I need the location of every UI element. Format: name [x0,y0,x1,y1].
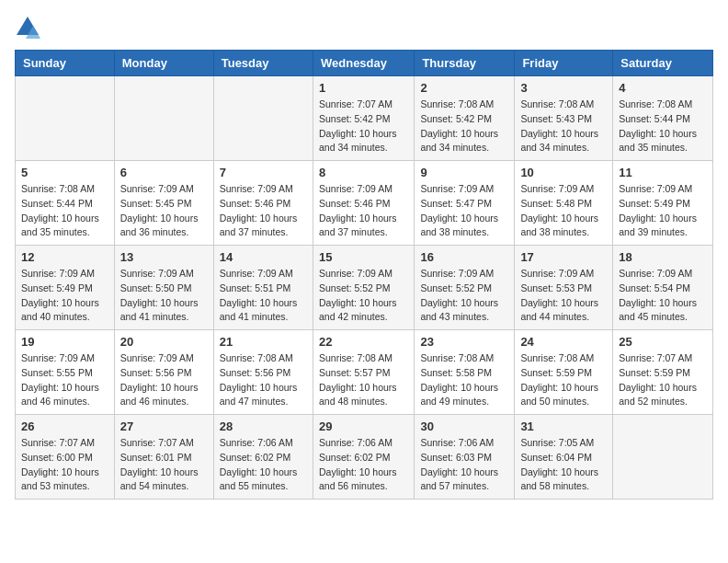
calendar-cell [213,76,313,161]
day-number: 20 [120,335,208,349]
day-info: Sunrise: 7:09 AMSunset: 5:48 PMDaylight:… [520,182,607,240]
calendar-cell: 25Sunrise: 7:07 AMSunset: 5:59 PMDayligh… [613,330,713,415]
day-info: Sunrise: 7:09 AMSunset: 5:54 PMDaylight:… [619,267,707,325]
day-info: Sunrise: 7:07 AMSunset: 6:00 PMDaylight:… [21,436,108,494]
day-number: 14 [220,250,307,264]
day-number: 24 [520,335,607,349]
calendar-cell: 27Sunrise: 7:07 AMSunset: 6:01 PMDayligh… [114,415,213,500]
calendar-cell: 16Sunrise: 7:09 AMSunset: 5:52 PMDayligh… [415,246,515,330]
calendar-cell: 3Sunrise: 7:08 AMSunset: 5:43 PMDaylight… [515,76,613,161]
day-info: Sunrise: 7:06 AMSunset: 6:03 PMDaylight:… [420,436,508,494]
day-number: 13 [120,250,208,264]
day-info: Sunrise: 7:09 AMSunset: 5:55 PMDaylight:… [21,351,108,409]
day-number: 26 [21,419,108,433]
calendar-table: SundayMondayTuesdayWednesdayThursdayFrid… [15,50,713,500]
weekday-header-saturday: Saturday [613,51,713,76]
day-number: 28 [220,419,307,433]
day-number: 29 [319,419,408,433]
day-number: 15 [319,250,408,264]
day-info: Sunrise: 7:09 AMSunset: 5:56 PMDaylight:… [120,351,208,409]
weekday-header-monday: Monday [114,51,213,76]
day-number: 12 [21,250,108,264]
day-info: Sunrise: 7:08 AMSunset: 5:58 PMDaylight:… [420,351,508,409]
calendar-cell: 24Sunrise: 7:08 AMSunset: 5:59 PMDayligh… [515,330,613,415]
day-info: Sunrise: 7:08 AMSunset: 5:44 PMDaylight:… [21,182,108,240]
day-number: 16 [420,250,508,264]
day-info: Sunrise: 7:08 AMSunset: 5:56 PMDaylight:… [220,351,307,409]
day-info: Sunrise: 7:07 AMSunset: 5:59 PMDaylight:… [619,351,707,409]
calendar-cell: 12Sunrise: 7:09 AMSunset: 5:49 PMDayligh… [16,246,115,330]
calendar-cell: 1Sunrise: 7:07 AMSunset: 5:42 PMDaylight… [313,76,414,161]
logo [15,15,44,40]
calendar-cell: 15Sunrise: 7:09 AMSunset: 5:52 PMDayligh… [313,246,414,330]
day-info: Sunrise: 7:09 AMSunset: 5:49 PMDaylight:… [21,267,108,325]
calendar-cell [613,415,713,500]
calendar-cell: 26Sunrise: 7:07 AMSunset: 6:00 PMDayligh… [16,415,115,500]
day-info: Sunrise: 7:09 AMSunset: 5:53 PMDaylight:… [520,267,607,325]
calendar-week-row: 1Sunrise: 7:07 AMSunset: 5:42 PMDaylight… [16,76,713,161]
day-info: Sunrise: 7:09 AMSunset: 5:49 PMDaylight:… [619,182,707,240]
day-info: Sunrise: 7:09 AMSunset: 5:52 PMDaylight:… [319,267,408,325]
calendar-cell: 30Sunrise: 7:06 AMSunset: 6:03 PMDayligh… [415,415,515,500]
day-info: Sunrise: 7:07 AMSunset: 6:01 PMDaylight:… [120,436,208,494]
day-number: 22 [319,335,408,349]
calendar-cell: 23Sunrise: 7:08 AMSunset: 5:58 PMDayligh… [415,330,515,415]
calendar-week-row: 5Sunrise: 7:08 AMSunset: 5:44 PMDaylight… [16,161,713,246]
calendar-cell: 13Sunrise: 7:09 AMSunset: 5:50 PMDayligh… [114,246,213,330]
day-info: Sunrise: 7:07 AMSunset: 5:42 PMDaylight:… [319,98,408,155]
day-number: 18 [619,250,707,264]
weekday-header-thursday: Thursday [415,51,515,76]
calendar-cell: 31Sunrise: 7:05 AMSunset: 6:04 PMDayligh… [515,415,613,500]
calendar-cell: 6Sunrise: 7:09 AMSunset: 5:45 PMDaylight… [114,161,213,246]
calendar-cell: 4Sunrise: 7:08 AMSunset: 5:44 PMDaylight… [613,76,713,161]
calendar-cell: 14Sunrise: 7:09 AMSunset: 5:51 PMDayligh… [213,246,313,330]
page-header [15,15,713,40]
calendar-cell: 19Sunrise: 7:09 AMSunset: 5:55 PMDayligh… [16,330,115,415]
day-info: Sunrise: 7:08 AMSunset: 5:42 PMDaylight:… [420,98,508,155]
calendar-cell: 28Sunrise: 7:06 AMSunset: 6:02 PMDayligh… [213,415,313,500]
day-number: 23 [420,335,508,349]
day-number: 9 [420,166,508,179]
day-number: 7 [220,166,307,179]
day-number: 30 [420,419,508,433]
day-info: Sunrise: 7:08 AMSunset: 5:43 PMDaylight:… [520,98,607,155]
calendar-cell [114,76,213,161]
day-info: Sunrise: 7:09 AMSunset: 5:46 PMDaylight:… [220,182,307,240]
calendar-cell: 9Sunrise: 7:09 AMSunset: 5:47 PMDaylight… [415,161,515,246]
calendar-cell: 20Sunrise: 7:09 AMSunset: 5:56 PMDayligh… [114,330,213,415]
calendar-cell: 7Sunrise: 7:09 AMSunset: 5:46 PMDaylight… [213,161,313,246]
day-number: 27 [120,419,208,433]
day-number: 11 [619,166,707,179]
calendar-cell [16,76,115,161]
day-info: Sunrise: 7:06 AMSunset: 6:02 PMDaylight:… [220,436,307,494]
calendar-week-row: 19Sunrise: 7:09 AMSunset: 5:55 PMDayligh… [16,330,713,415]
calendar-cell: 22Sunrise: 7:08 AMSunset: 5:57 PMDayligh… [313,330,414,415]
day-info: Sunrise: 7:05 AMSunset: 6:04 PMDaylight:… [520,436,607,494]
calendar-week-row: 26Sunrise: 7:07 AMSunset: 6:00 PMDayligh… [16,415,713,500]
calendar-cell: 17Sunrise: 7:09 AMSunset: 5:53 PMDayligh… [515,246,613,330]
calendar-week-row: 12Sunrise: 7:09 AMSunset: 5:49 PMDayligh… [16,246,713,330]
day-number: 31 [520,419,607,433]
day-number: 21 [220,335,307,349]
day-number: 5 [21,166,108,179]
day-number: 1 [319,81,408,95]
day-number: 2 [420,81,508,95]
day-number: 4 [619,81,707,95]
day-info: Sunrise: 7:06 AMSunset: 6:02 PMDaylight:… [319,436,408,494]
day-info: Sunrise: 7:09 AMSunset: 5:51 PMDaylight:… [220,267,307,325]
day-info: Sunrise: 7:08 AMSunset: 5:57 PMDaylight:… [319,351,408,409]
day-number: 3 [520,81,607,95]
weekday-header-tuesday: Tuesday [213,51,313,76]
weekday-header-wednesday: Wednesday [313,51,414,76]
day-number: 6 [120,166,208,179]
calendar-cell: 18Sunrise: 7:09 AMSunset: 5:54 PMDayligh… [613,246,713,330]
calendar-cell: 8Sunrise: 7:09 AMSunset: 5:46 PMDaylight… [313,161,414,246]
day-number: 8 [319,166,408,179]
day-info: Sunrise: 7:09 AMSunset: 5:47 PMDaylight:… [420,182,508,240]
day-info: Sunrise: 7:09 AMSunset: 5:52 PMDaylight:… [420,267,508,325]
day-info: Sunrise: 7:08 AMSunset: 5:44 PMDaylight:… [619,98,707,155]
weekday-header-friday: Friday [515,51,613,76]
day-number: 17 [520,250,607,264]
day-info: Sunrise: 7:09 AMSunset: 5:50 PMDaylight:… [120,267,208,325]
weekday-header-sunday: Sunday [16,51,115,76]
